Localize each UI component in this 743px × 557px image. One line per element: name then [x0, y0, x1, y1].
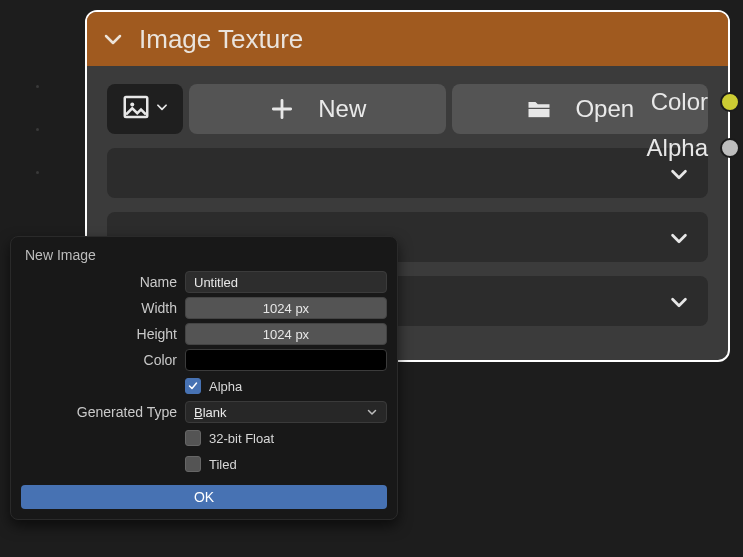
ok-button[interactable]: OK [21, 485, 387, 509]
plus-icon [268, 95, 296, 123]
node-title: Image Texture [139, 24, 303, 55]
ok-label: OK [194, 489, 214, 505]
chevron-down-icon [155, 100, 169, 118]
chevron-down-icon [668, 291, 688, 311]
color-label: Color [21, 352, 177, 368]
width-field[interactable]: 1024 px [185, 297, 387, 319]
image-icon [121, 92, 151, 126]
socket-alpha[interactable] [720, 138, 740, 158]
dropdown-1[interactable] [107, 148, 708, 198]
gentype-label: Generated Type [21, 404, 177, 420]
width-value: 1024 px [263, 301, 309, 316]
alpha-label: Alpha [209, 379, 242, 394]
name-value: Untitled [194, 275, 238, 290]
alpha-checkbox[interactable] [185, 378, 201, 394]
color-field[interactable] [185, 349, 387, 371]
chevron-down-icon [668, 163, 688, 183]
tiled-label: Tiled [209, 457, 237, 472]
new-button[interactable]: New [189, 84, 446, 134]
folder-icon [525, 95, 553, 123]
float-label: 32-bit Float [209, 431, 274, 446]
svg-point-1 [130, 103, 134, 107]
open-button-label: Open [575, 95, 634, 123]
output-label: Alpha [647, 134, 708, 162]
output-color: Color [647, 88, 740, 116]
name-field[interactable]: Untitled [185, 271, 387, 293]
node-header[interactable]: Image Texture [87, 12, 728, 66]
new-button-label: New [318, 95, 366, 123]
name-label: Name [21, 274, 177, 290]
popover-title: New Image [21, 247, 387, 263]
gentype-value: Blank [194, 405, 227, 420]
height-value: 1024 px [263, 327, 309, 342]
output-label: Color [651, 88, 708, 116]
new-image-popover: New Image Name Untitled Width 1024 px He… [10, 236, 398, 520]
chevron-down-icon [366, 406, 378, 418]
output-alpha: Alpha [647, 134, 740, 162]
height-label: Height [21, 326, 177, 342]
float-checkbox[interactable] [185, 430, 201, 446]
socket-color[interactable] [720, 92, 740, 112]
gentype-select[interactable]: Blank [185, 401, 387, 423]
chevron-down-icon [668, 227, 688, 247]
float-row[interactable]: 32-bit Float [21, 425, 387, 451]
node-outputs: Color Alpha [647, 88, 740, 162]
image-source-menu[interactable] [107, 84, 183, 134]
collapse-icon[interactable] [101, 27, 125, 51]
tiled-row[interactable]: Tiled [21, 451, 387, 477]
height-field[interactable]: 1024 px [185, 323, 387, 345]
tiled-checkbox[interactable] [185, 456, 201, 472]
alpha-row[interactable]: Alpha [21, 373, 387, 399]
width-label: Width [21, 300, 177, 316]
